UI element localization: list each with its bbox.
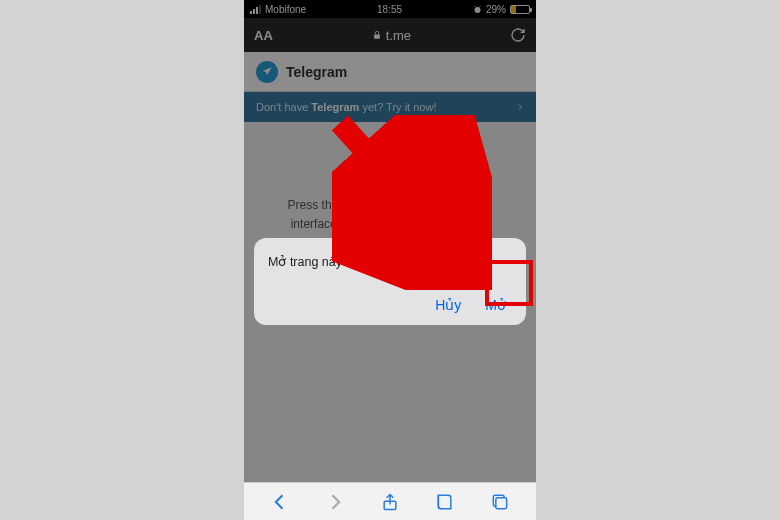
safari-url-bar: AA t.me	[244, 18, 536, 52]
instruction-text: Press the button below to translate the …	[264, 196, 516, 234]
back-button[interactable]	[270, 492, 290, 512]
share-button[interactable]	[380, 492, 400, 512]
url-text: t.me	[386, 28, 411, 43]
lock-icon	[372, 30, 382, 40]
status-bar: Mobifone 18:55 29%	[244, 0, 536, 18]
open-in-app-dialog: Mở trang này trong "Telegram"? Hủy Mở	[254, 238, 526, 325]
tabs-button[interactable]	[490, 492, 510, 512]
clock: 18:55	[377, 4, 402, 15]
text-size-button[interactable]: AA	[254, 28, 273, 43]
carrier-label: Mobifone	[265, 4, 306, 15]
svg-point-0	[474, 6, 480, 12]
cancel-button[interactable]: Hủy	[435, 297, 461, 313]
telegram-logo-icon	[256, 61, 278, 83]
alarm-icon	[473, 5, 482, 14]
banner-text: Don't have Telegram yet? Try it now!	[256, 101, 436, 113]
bookmarks-button[interactable]	[435, 492, 455, 512]
svg-rect-4	[496, 497, 507, 508]
forward-button[interactable]	[325, 492, 345, 512]
dialog-message: Mở trang này trong "Telegram"?	[254, 238, 526, 287]
battery-icon	[510, 5, 530, 14]
phone-screen: Mobifone 18:55 29% AA t.me Telegram Don'…	[244, 0, 536, 520]
chevron-right-icon	[516, 101, 524, 113]
safari-toolbar	[244, 482, 536, 520]
battery-percent: 29%	[486, 4, 506, 15]
signal-icon	[250, 5, 261, 14]
svg-rect-1	[374, 35, 380, 39]
install-banner[interactable]: Don't have Telegram yet? Try it now!	[244, 92, 536, 122]
telegram-title: Telegram	[286, 64, 347, 80]
telegram-header: Telegram	[244, 52, 536, 92]
reload-icon[interactable]	[510, 27, 526, 43]
url-field[interactable]: t.me	[372, 28, 411, 43]
open-button[interactable]: Mở	[485, 297, 506, 313]
chat-icon	[375, 150, 405, 174]
